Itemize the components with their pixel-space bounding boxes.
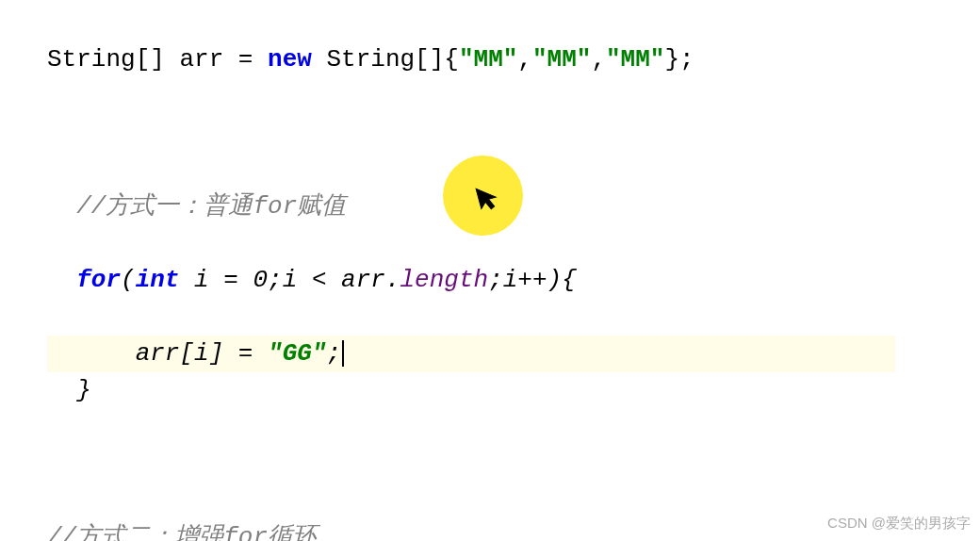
string-literal: "MM"	[532, 45, 591, 74]
watermark-text: CSDN @爱笑的男孩字	[827, 513, 971, 534]
close-brace-1: }	[47, 372, 980, 409]
close-brace: }	[76, 376, 91, 404]
int-keyword: int	[136, 266, 180, 294]
blank-line	[47, 446, 980, 483]
string-literal: "MM"	[459, 45, 517, 74]
code-block: String[] arr = new String[]{"MM","MM","M…	[0, 0, 980, 541]
code-line-1: String[] arr = new String[]{"MM","MM","M…	[47, 41, 980, 78]
type-token: String	[326, 45, 415, 74]
loop-end: ;i++){	[488, 266, 577, 294]
for-keyword: for	[76, 266, 121, 294]
string-literal: "MM"	[606, 45, 664, 74]
comment-text: //方式二：增强for循环	[47, 523, 317, 541]
var-name: arr	[179, 45, 223, 74]
blank-line	[47, 115, 980, 152]
cond-expr: i < arr.	[283, 266, 400, 294]
semicolon: ;	[326, 339, 341, 368]
init-expr: i = 0	[194, 266, 268, 294]
highlighted-line: arr[i] = "GG";	[47, 336, 895, 372]
new-keyword: new	[268, 45, 312, 74]
comment-text: //方式一：普通for赋值	[76, 192, 346, 221]
text-cursor	[342, 340, 344, 367]
string-literal: "GG"	[268, 339, 326, 368]
field-ref: length	[400, 266, 489, 294]
assign-left: arr[i] =	[136, 339, 268, 368]
for-header-1: for(int i = 0;i < arr.length;i++){	[47, 262, 980, 299]
type-token: String	[47, 45, 136, 74]
